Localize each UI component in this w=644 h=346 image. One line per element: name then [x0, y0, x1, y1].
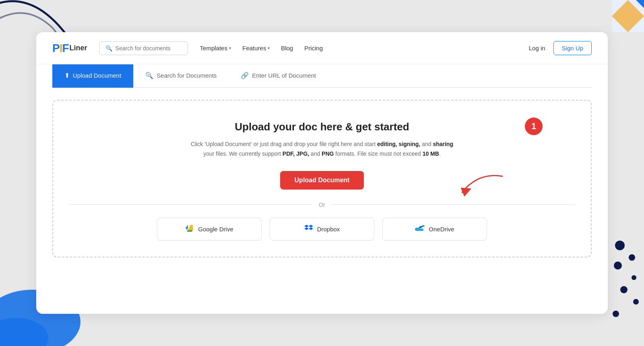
chevron-down-icon: ▾	[268, 46, 270, 50]
dropbox-label: Dropbox	[317, 226, 340, 233]
search-icon: 🔍	[145, 72, 153, 79]
search-box[interactable]: 🔍	[99, 41, 188, 55]
chevron-down-icon: ▾	[229, 46, 231, 50]
tab-enter-url[interactable]: 🔗 Enter URL of Document	[229, 64, 328, 88]
search-icon: 🔍	[105, 45, 112, 51]
svg-rect-2	[612, 0, 644, 32]
logo[interactable]: PIF Liner	[52, 42, 87, 55]
nav-templates[interactable]: Templates ▾	[200, 45, 231, 51]
navbar: PIF Liner 🔍 Templates ▾ Features ▾ Blog …	[36, 32, 608, 64]
logo-liner-text: Liner	[70, 44, 87, 52]
nav-features[interactable]: Features ▾	[242, 45, 270, 51]
logo-i: I	[60, 42, 62, 54]
drop-zone-description: Click 'Upload Document' or just drag and…	[69, 140, 575, 159]
dropbox-icon	[304, 224, 313, 235]
svg-point-3	[615, 241, 625, 250]
login-button[interactable]: Log in	[529, 45, 545, 51]
svg-point-9	[613, 311, 619, 317]
tab-upload-document[interactable]: ⬆ Upload Document	[52, 64, 133, 88]
google-drive-button[interactable]: Google Drive	[157, 218, 262, 241]
svg-rect-35	[416, 229, 423, 231]
upload-document-button[interactable]: Upload Document	[280, 171, 364, 189]
google-drive-label: Google Drive	[198, 226, 233, 233]
onedrive-icon	[415, 224, 425, 234]
nav-pricing[interactable]: Pricing	[304, 45, 323, 51]
cloud-buttons: Google Drive Dropbox	[69, 218, 575, 241]
upload-icon: ⬆	[64, 72, 70, 79]
nav-right: Log in Sign Up	[529, 41, 592, 55]
main-card: PIF Liner 🔍 Templates ▾ Features ▾ Blog …	[36, 32, 608, 314]
svg-point-4	[629, 254, 635, 261]
tab-search-documents[interactable]: 🔍 Search for Documents	[133, 64, 229, 88]
dropbox-button[interactable]: Dropbox	[270, 218, 374, 241]
bg-decoration-bottom-right	[612, 233, 644, 322]
link-icon: 🔗	[241, 72, 249, 79]
search-input[interactable]	[116, 45, 182, 51]
svg-point-8	[633, 299, 639, 305]
logo-pdf-text: PIF	[52, 42, 69, 55]
nav-links: Templates ▾ Features ▾ Blog Pricing	[200, 45, 529, 51]
nav-blog[interactable]: Blog	[281, 45, 293, 51]
signup-button[interactable]: Sign Up	[553, 41, 592, 55]
svg-point-7	[620, 286, 627, 293]
drop-zone: 1 Upload your doc here & get started Cli…	[52, 100, 592, 257]
svg-point-6	[632, 275, 636, 280]
content-area: ⬆ Upload Document 🔍 Search for Documents…	[36, 64, 608, 286]
onedrive-label: OneDrive	[429, 226, 454, 233]
tabs-row: ⬆ Upload Document 🔍 Search for Documents…	[52, 64, 592, 88]
onedrive-button[interactable]: OneDrive	[382, 218, 487, 241]
google-drive-icon	[185, 224, 194, 233]
svg-point-5	[614, 262, 622, 270]
drop-zone-title: Upload your doc here & get started	[69, 121, 575, 133]
bg-decoration-top-right	[612, 0, 644, 32]
step-badge-1: 1	[525, 117, 543, 135]
svg-point-1	[0, 318, 48, 346]
or-divider: Or	[69, 202, 575, 208]
